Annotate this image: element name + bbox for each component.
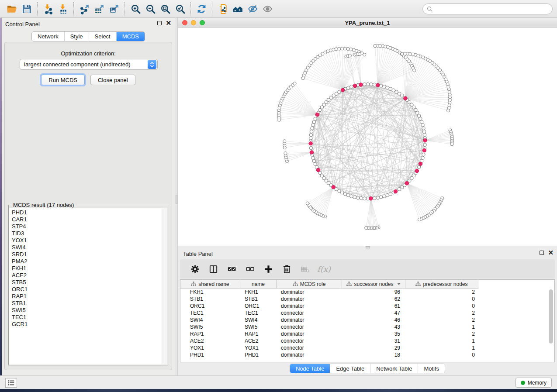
column-header-name[interactable]: name xyxy=(240,280,277,289)
splitter-handle[interactable] xyxy=(366,246,370,248)
table-row[interactable]: FKH1FKH1dominator962 xyxy=(180,289,554,296)
result-item[interactable]: SWI4 xyxy=(9,244,167,251)
result-item[interactable]: GCR1 xyxy=(9,321,167,328)
refresh-layout-button[interactable] xyxy=(194,2,209,16)
network-canvas[interactable] xyxy=(178,28,557,246)
zoom-out-button[interactable] xyxy=(143,2,158,16)
float-panel-icon[interactable] xyxy=(157,21,162,25)
result-item[interactable]: SRD1 xyxy=(9,251,167,258)
home-networks-button[interactable] xyxy=(230,2,245,16)
search-input[interactable] xyxy=(435,6,552,12)
save-session-button[interactable] xyxy=(19,2,34,16)
mcds-result-list[interactable]: PHD1CAR1STP4TID3YOX1SWI4SRD1PMA2FKH1ACE2… xyxy=(9,208,167,364)
save-floppy-icon xyxy=(21,3,32,14)
share-network-button[interactable] xyxy=(215,2,230,16)
open-session-button[interactable] xyxy=(4,2,19,16)
criterion-value: largest connected component (undirected) xyxy=(20,61,148,68)
column-header-shared-name[interactable]: shared name xyxy=(180,280,240,289)
table-row[interactable]: STB1STB1dominator620 xyxy=(180,296,554,303)
export-image-button[interactable] xyxy=(107,2,121,16)
result-item[interactable]: SWI5 xyxy=(9,307,167,314)
table-row[interactable]: PHD1PHD1dominator180 xyxy=(180,351,554,358)
delete-column-button[interactable] xyxy=(280,263,293,275)
show-visual-properties-button[interactable] xyxy=(260,2,275,16)
tab-select[interactable]: Select xyxy=(89,32,116,41)
table-settings-button[interactable] xyxy=(189,263,201,275)
hide-visual-properties-button[interactable] xyxy=(245,2,260,16)
result-item[interactable]: STB5 xyxy=(9,279,167,286)
export-network-icon xyxy=(79,3,90,14)
result-item[interactable]: STB1 xyxy=(9,300,167,307)
vertical-splitter[interactable] xyxy=(175,18,178,375)
global-search[interactable] xyxy=(422,3,553,14)
table-row[interactable]: SWI4SWI4dominator462 xyxy=(180,316,554,323)
criterion-dropdown[interactable]: largest connected component (undirected) xyxy=(20,59,158,70)
result-item[interactable]: YOX1 xyxy=(9,237,167,244)
table-tab-network-table[interactable]: Network Table xyxy=(370,364,418,373)
result-item[interactable]: PHD1 xyxy=(9,209,167,216)
columns-icon xyxy=(208,264,218,274)
task-history-button[interactable] xyxy=(5,378,17,388)
node-table[interactable]: shared namenameMCDS rolesuccessor nodesp… xyxy=(180,279,555,362)
control-panel-header: Control Panel ✕ xyxy=(2,18,175,30)
cell-predecessor-nodes: 1 xyxy=(405,338,478,344)
column-header-successor-nodes[interactable]: successor nodes xyxy=(342,280,405,289)
result-item[interactable]: CAR1 xyxy=(9,216,167,223)
cytoscape-window: Control Panel ✕ NetworkStyleSelectMCDS O… xyxy=(0,0,557,392)
table-scrollbar-thumb[interactable] xyxy=(549,289,553,344)
close-panel-icon[interactable]: ✕ xyxy=(548,251,554,255)
horizontal-splitter[interactable] xyxy=(178,246,557,249)
export-network-button[interactable] xyxy=(77,2,92,16)
table-row[interactable]: TEC1TEC1connector472 xyxy=(180,309,554,316)
plus-icon xyxy=(263,264,273,274)
tab-mcds[interactable]: MCDS xyxy=(116,32,145,41)
close-panel-icon[interactable]: ✕ xyxy=(166,21,171,25)
table-row[interactable]: SWI5SWI5connector431 xyxy=(180,323,554,330)
result-item[interactable]: STP4 xyxy=(9,223,167,230)
float-panel-icon[interactable] xyxy=(540,251,544,255)
column-header-predecessor-nodes[interactable]: predecessor nodes xyxy=(405,280,478,289)
delete-table-button[interactable] xyxy=(299,263,311,275)
table-tab-motifs[interactable]: Motifs xyxy=(418,364,445,373)
zoom-fit-button[interactable] xyxy=(158,2,173,16)
unselect-all-button[interactable] xyxy=(244,263,256,275)
export-table-button[interactable] xyxy=(92,2,107,16)
cell-predecessor-nodes: 0 xyxy=(405,296,478,302)
splitter-handle[interactable] xyxy=(176,195,177,204)
memory-button[interactable]: Memory xyxy=(515,378,552,388)
cell-mcds-role: dominator xyxy=(277,303,342,309)
table-row[interactable]: ACE2ACE2connector311 xyxy=(180,337,554,344)
table-row[interactable]: ORC1ORC1dominator610 xyxy=(180,303,554,309)
network-graph[interactable] xyxy=(178,28,557,246)
import-table-button[interactable] xyxy=(55,2,70,16)
tab-style[interactable]: Style xyxy=(64,32,89,41)
function-builder-button[interactable]: f(x) xyxy=(317,265,331,274)
eye-icon xyxy=(262,3,273,14)
add-column-button[interactable] xyxy=(262,263,274,275)
run-mcds-button[interactable]: Run MCDS xyxy=(41,75,85,85)
result-item[interactable]: PMA2 xyxy=(9,258,167,265)
cell-shared-name: ORC1 xyxy=(180,303,240,309)
result-item[interactable]: TEC1 xyxy=(9,314,167,321)
column-header-mcds-role[interactable]: MCDS role xyxy=(277,280,342,289)
close-panel-button[interactable]: Close panel xyxy=(90,75,135,85)
table-scrollbar[interactable] xyxy=(548,289,554,361)
result-item[interactable]: ACE2 xyxy=(9,272,167,279)
tab-network[interactable]: Network xyxy=(32,32,64,41)
select-all-button[interactable] xyxy=(225,263,238,275)
result-list-scrollbar[interactable] xyxy=(162,208,167,364)
toolbar-separator xyxy=(190,2,191,15)
zoom-in-button[interactable] xyxy=(128,2,143,16)
cell-shared-name: RAP1 xyxy=(180,331,240,337)
zoom-selected-button[interactable] xyxy=(173,2,187,16)
table-tab-node-table[interactable]: Node Table xyxy=(290,364,330,373)
result-item[interactable]: TID3 xyxy=(9,230,167,237)
import-network-button[interactable] xyxy=(41,2,55,16)
result-item[interactable]: FKH1 xyxy=(9,265,167,272)
table-row[interactable]: RAP1RAP1dominator352 xyxy=(180,330,554,337)
show-columns-button[interactable] xyxy=(207,263,219,275)
result-item[interactable]: RAP1 xyxy=(9,293,167,300)
table-row[interactable]: YOX1YOX1connector291 xyxy=(180,344,554,351)
table-tab-edge-table[interactable]: Edge Table xyxy=(330,364,370,373)
result-item[interactable]: ORC1 xyxy=(9,286,167,293)
